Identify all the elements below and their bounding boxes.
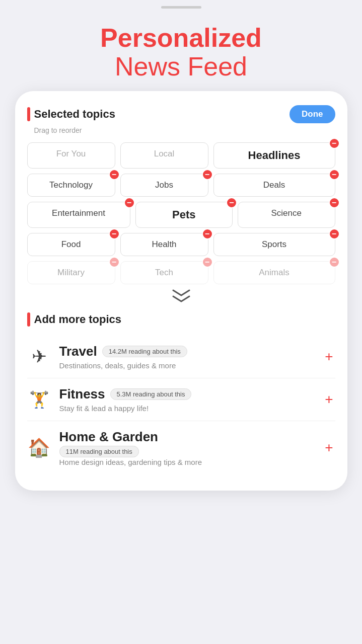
add-more-topics-header: Add more topics <box>27 312 335 327</box>
home-garden-info: Home & Garden 11M reading about this Hom… <box>59 429 315 466</box>
fitness-icon: 🏋 <box>27 390 51 409</box>
chip-science[interactable]: Science − <box>238 202 335 228</box>
add-travel-button[interactable]: + <box>323 349 335 365</box>
remove-tech-sub-btn[interactable]: − <box>202 257 213 268</box>
home-garden-reading-badge: 11M reading about this <box>59 446 139 457</box>
red-accent-bar <box>27 107 30 121</box>
add-home-garden-button[interactable]: + <box>323 440 335 456</box>
remove-food-btn[interactable]: − <box>109 228 120 239</box>
remove-deals-btn[interactable]: − <box>329 169 340 180</box>
remove-military-btn[interactable]: − <box>109 257 120 268</box>
add-more-topics-title: Add more topics <box>34 313 122 326</box>
add-fitness-button[interactable]: + <box>323 391 335 408</box>
chip-for-you[interactable]: For You <box>27 142 115 169</box>
drag-hint-text: Drag to reorder <box>34 126 335 134</box>
chip-entertainment[interactable]: Entertainment − <box>27 202 130 228</box>
page-header: Personalized News Feed <box>90 9 272 91</box>
home-garden-name: Home & Garden <box>59 429 159 445</box>
remove-animals-btn[interactable]: − <box>329 257 340 268</box>
chip-technology[interactable]: Technology − <box>27 174 115 197</box>
chip-jobs[interactable]: Jobs − <box>120 174 208 197</box>
topics-row-4: Food − Health − Sports − <box>27 233 335 256</box>
add-topics-list: ✈ Travel 14.2M reading about this Destin… <box>27 336 335 474</box>
travel-desc: Destinations, deals, guides & more <box>59 361 315 370</box>
remove-entertainment-btn[interactable]: − <box>124 197 135 208</box>
topic-item-fitness: 🏋 Fitness 5.3M reading about this Stay f… <box>27 378 335 421</box>
chip-tech-sub[interactable]: Tech − <box>120 261 208 284</box>
chip-animals[interactable]: Animals − <box>213 261 335 284</box>
home-garden-desc: Home design ideas, gardening tips & more <box>59 458 315 466</box>
section-title-row: Selected topics <box>27 107 115 121</box>
chip-food[interactable]: Food − <box>27 233 115 256</box>
travel-name-row: Travel 14.2M reading about this <box>59 344 315 359</box>
fitness-name: Fitness <box>59 386 105 402</box>
remove-pets-btn[interactable]: − <box>226 197 237 208</box>
red-accent-bar-2 <box>27 312 30 327</box>
phone-card: Selected topics Done Drag to reorder For… <box>15 91 347 491</box>
chip-deals[interactable]: Deals − <box>213 174 335 197</box>
chip-health[interactable]: Health − <box>120 233 208 256</box>
home-garden-icon: 🏠 <box>27 437 51 458</box>
remove-science-btn[interactable]: − <box>329 197 340 208</box>
fitness-desc: Stay fit & lead a happy life! <box>59 404 315 413</box>
done-button[interactable]: Done <box>289 105 335 123</box>
fitness-info: Fitness 5.3M reading about this Stay fit… <box>59 386 315 413</box>
expand-chevron[interactable] <box>27 284 335 312</box>
chip-military[interactable]: Military − <box>27 261 115 284</box>
travel-name: Travel <box>59 344 97 359</box>
chip-pets[interactable]: Pets − <box>135 202 233 228</box>
travel-reading-badge: 14.2M reading about this <box>102 346 187 357</box>
fitness-name-row: Fitness 5.3M reading about this <box>59 386 315 402</box>
remove-sports-btn[interactable]: − <box>329 228 340 239</box>
remove-technology-btn[interactable]: − <box>109 169 120 180</box>
remove-health-btn[interactable]: − <box>202 228 213 239</box>
header-line1: Personalized <box>100 24 262 52</box>
header-line2: News Feed <box>100 52 262 81</box>
topics-row-3: Entertainment − Pets − Science − <box>27 202 335 228</box>
home-garden-name-row: Home & Garden <box>59 429 315 445</box>
travel-icon: ✈ <box>27 346 51 367</box>
chip-headlines[interactable]: Headlines − <box>213 142 335 169</box>
remove-jobs-btn[interactable]: − <box>202 169 213 180</box>
remove-headlines-btn[interactable]: − <box>329 138 340 149</box>
topics-row-2: Technology − Jobs − Deals − <box>27 174 335 197</box>
fitness-reading-badge: 5.3M reading about this <box>110 388 192 400</box>
chip-local[interactable]: Local <box>120 142 208 169</box>
topic-item-travel: ✈ Travel 14.2M reading about this Destin… <box>27 336 335 378</box>
topics-grid: For You Local Headlines − Technology − J… <box>27 142 335 284</box>
topics-row-1: For You Local Headlines − <box>27 142 335 169</box>
chip-sports[interactable]: Sports − <box>213 233 335 256</box>
topic-item-home-garden: 🏠 Home & Garden 11M reading about this H… <box>27 421 335 474</box>
selected-topics-title: Selected topics <box>34 108 115 121</box>
topics-row-5: Military − Tech − Animals − <box>27 261 335 284</box>
travel-info: Travel 14.2M reading about this Destinat… <box>59 344 315 370</box>
selected-topics-header: Selected topics Done <box>27 105 335 123</box>
